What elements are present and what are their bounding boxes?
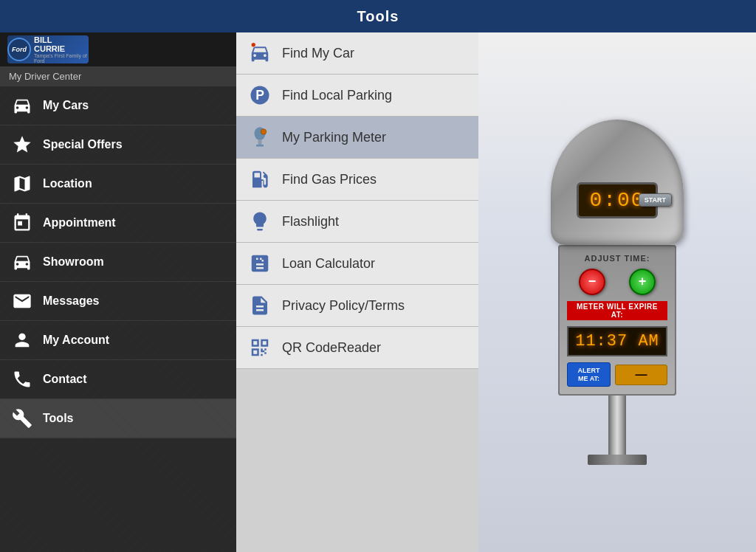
- app-header: Tools: [0, 0, 756, 32]
- sidebar-item-showroom[interactable]: Showroom: [0, 243, 236, 282]
- doc-icon: [247, 292, 273, 319]
- sidebar-item-tools[interactable]: Tools: [0, 399, 236, 438]
- sidebar-item-location[interactable]: Location: [0, 165, 236, 204]
- tool-find-gas-prices[interactable]: Find Gas Prices: [236, 159, 478, 201]
- meter-alert-row: ALERT ME AT: —: [567, 362, 667, 387]
- meter-alert-button[interactable]: ALERT ME AT:: [567, 362, 611, 387]
- meter-body: ADJUST TIME: − + METER WILL EXPIRE AT: 1…: [558, 245, 676, 396]
- meter-start-button[interactable]: START: [639, 193, 672, 207]
- meter-head: 0:00 START: [551, 120, 684, 245]
- flashlight-icon: [247, 208, 273, 235]
- sidebar-label-showroom: Showroom: [43, 255, 104, 269]
- sidebar-item-my-account[interactable]: My Account: [0, 321, 236, 360]
- sidebar-item-my-cars[interactable]: My Cars: [0, 86, 236, 125]
- main-content: Ford BILLCURRIE Tampa's First Family of …: [0, 32, 756, 552]
- logo-bar: Ford BILLCURRIE Tampa's First Family of …: [0, 32, 236, 66]
- calendar-icon: [10, 211, 34, 235]
- svg-text:P: P: [255, 88, 264, 103]
- tools-panel: Find My Car P Find Local Parking My Park…: [236, 32, 478, 552]
- meter-minus-button[interactable]: −: [579, 269, 605, 295]
- sidebar-label-special-offers: Special Offers: [43, 138, 123, 151]
- sidebar-label-location: Location: [43, 177, 92, 190]
- ford-text: Ford: [12, 46, 27, 53]
- meter-plus-button[interactable]: +: [629, 269, 656, 295]
- tool-find-local-parking[interactable]: P Find Local Parking: [236, 75, 478, 117]
- sidebar: Ford BILLCURRIE Tampa's First Family of …: [0, 32, 236, 552]
- parking-meter-container: 0:00 START ADJUST TIME: − + METER WILL E…: [514, 63, 721, 521]
- showroom-icon: [10, 250, 34, 274]
- dealer-tagline: Tampa's First Family of Ford: [34, 53, 89, 63]
- sidebar-label-tools: Tools: [43, 412, 73, 425]
- meter-base: [588, 455, 647, 465]
- tool-qr-codereader[interactable]: QR CodeReader: [236, 327, 478, 369]
- svg-rect-5: [256, 145, 264, 147]
- adjust-time-label: ADJUST TIME:: [567, 254, 667, 263]
- tool-label-privacy-policy: Privacy Policy/Terms: [282, 298, 405, 314]
- meter-alert-value[interactable]: —: [615, 365, 667, 385]
- svg-point-0: [251, 43, 255, 47]
- sidebar-label-appointment: Appointment: [43, 216, 116, 230]
- logo-badge: Ford BILLCURRIE Tampa's First Family of …: [7, 35, 89, 63]
- star-icon: [10, 133, 34, 156]
- svg-rect-4: [258, 140, 262, 145]
- sidebar-label-my-cars: My Cars: [43, 99, 89, 112]
- envelope-icon: [10, 289, 34, 313]
- dealer-text-area: BILLCURRIE Tampa's First Family of Ford: [34, 35, 89, 63]
- meter-adjust-buttons: − +: [567, 269, 667, 295]
- right-panel: 0:00 START ADJUST TIME: − + METER WILL E…: [478, 32, 756, 552]
- tool-label-flashlight: Flashlight: [282, 214, 339, 230]
- my-driver-center-label: My Driver Center: [0, 66, 236, 86]
- meter-pole: [608, 396, 626, 455]
- gas-icon: [247, 166, 273, 193]
- tool-label-my-parking-meter: My Parking Meter: [282, 130, 386, 145]
- sidebar-label-messages: Messages: [43, 294, 100, 308]
- ford-logo: Ford: [7, 38, 31, 61]
- tool-loan-calculator[interactable]: Loan Calculator: [236, 243, 478, 285]
- tool-label-find-my-car: Find My Car: [282, 46, 354, 61]
- parking-meter: 0:00 START ADJUST TIME: − + METER WILL E…: [551, 120, 684, 466]
- meter-icon: [247, 124, 273, 151]
- qr-icon: [247, 334, 273, 361]
- find-car-icon: [247, 40, 273, 66]
- svg-point-6: [261, 129, 267, 135]
- sidebar-label-contact: Contact: [43, 373, 87, 386]
- tool-label-find-local-parking: Find Local Parking: [282, 88, 392, 103]
- person-icon: [10, 328, 34, 352]
- tool-flashlight[interactable]: Flashlight: [236, 201, 478, 243]
- tools-icon: [10, 407, 34, 430]
- dealer-name: BILLCURRIE: [34, 35, 89, 53]
- tool-label-find-gas-prices: Find Gas Prices: [282, 172, 377, 187]
- sidebar-item-special-offers[interactable]: Special Offers: [0, 125, 236, 165]
- tool-privacy-policy[interactable]: Privacy Policy/Terms: [236, 285, 478, 327]
- contact-icon: [10, 368, 34, 391]
- tool-my-parking-meter[interactable]: My Parking Meter: [236, 117, 478, 159]
- tool-find-my-car[interactable]: Find My Car: [236, 32, 478, 75]
- car-icon: [10, 94, 34, 117]
- sidebar-item-messages[interactable]: Messages: [0, 282, 236, 321]
- map-icon: [10, 172, 34, 196]
- sidebar-label-my-account: My Account: [43, 334, 109, 347]
- meter-expire-display: 11:37 AM: [567, 326, 667, 356]
- meter-expire-label: METER WILL EXPIRE AT:: [567, 301, 667, 320]
- sidebar-item-contact[interactable]: Contact: [0, 360, 236, 399]
- header-title: Tools: [357, 8, 399, 25]
- tool-label-qr-codereader: QR CodeReader: [282, 340, 381, 356]
- parking-icon: P: [247, 82, 273, 108]
- calculator-icon: [247, 250, 273, 277]
- sidebar-item-appointment[interactable]: Appointment: [0, 204, 236, 243]
- tool-label-loan-calculator: Loan Calculator: [282, 256, 375, 272]
- meter-controls: ADJUST TIME: − + METER WILL EXPIRE AT: 1…: [558, 245, 676, 396]
